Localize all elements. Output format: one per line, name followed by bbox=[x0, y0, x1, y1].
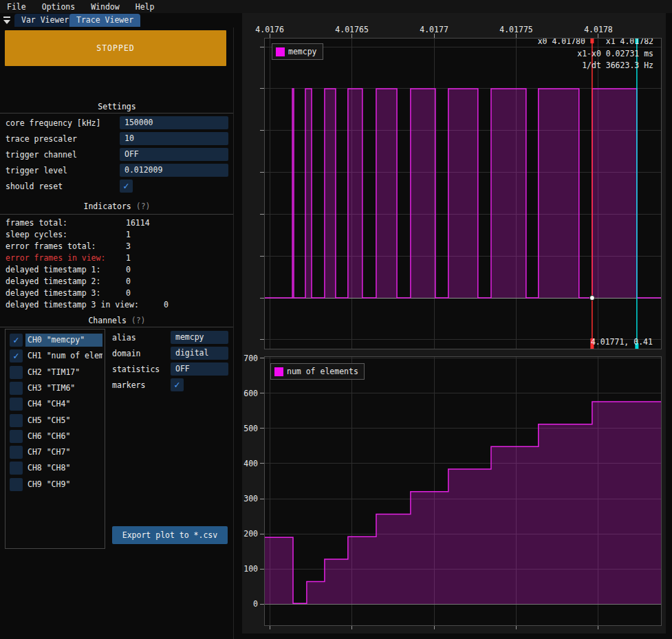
channel-checkbox[interactable] bbox=[10, 366, 23, 379]
marker-delta-value: x1-x0 0.02731 ms bbox=[577, 49, 653, 58]
channels-help-icon[interactable]: (?) bbox=[131, 316, 146, 325]
tab-var-viewer[interactable]: Var Viewer bbox=[14, 14, 76, 27]
channel-row[interactable]: CH9 "CH9" bbox=[6, 478, 105, 492]
acquisition-state-button[interactable]: STOPPED bbox=[5, 30, 226, 66]
menu-window[interactable]: Window bbox=[91, 2, 120, 12]
channel-checkbox[interactable] bbox=[10, 334, 23, 347]
y-tick-label: 200 bbox=[243, 529, 258, 539]
y-tick-label: 500 bbox=[243, 424, 258, 433]
marker-x0-handle-top[interactable] bbox=[590, 38, 594, 43]
channel-row[interactable]: CH6 "CH6" bbox=[6, 430, 105, 444]
channel-label[interactable]: CH8 "CH8" bbox=[25, 462, 102, 475]
markers-label: markers bbox=[112, 380, 145, 390]
indicator-value: 0 bbox=[126, 277, 131, 286]
indicator-label: delayed timestamp 1: bbox=[6, 265, 100, 274]
collapse-bar-icon bbox=[3, 17, 10, 18]
memcpy-legend[interactable]: memcpy bbox=[272, 43, 323, 60]
channel-label[interactable]: CH7 "CH7" bbox=[25, 446, 102, 459]
indicator-label: delayed timestamp 2: bbox=[6, 277, 100, 286]
menu-options[interactable]: Options bbox=[42, 2, 75, 12]
trigger-level-label: trigger level bbox=[6, 166, 67, 175]
channel-checkbox[interactable] bbox=[10, 398, 23, 411]
channel-row[interactable]: CH7 "CH7" bbox=[6, 446, 105, 459]
separator bbox=[0, 327, 233, 327]
channel-checkbox[interactable] bbox=[10, 446, 23, 459]
x-tick-label: 4.0177 bbox=[420, 25, 448, 34]
channels-title-text: Channels bbox=[88, 316, 126, 325]
y-tick-label: 0 bbox=[253, 599, 258, 609]
indicator-value: 0 bbox=[126, 265, 131, 274]
channel-listbox[interactable]: CH0 "memcpy"CH1 "num of elemCH2 "TIM17"C… bbox=[5, 329, 105, 549]
channel-label[interactable]: CH2 "TIM17" bbox=[25, 366, 102, 379]
y-tick-label: 600 bbox=[243, 389, 258, 398]
channel-checkbox[interactable] bbox=[10, 430, 23, 443]
should-reset-label: should reset bbox=[6, 182, 63, 191]
trace-prescaler-input[interactable]: 10 bbox=[120, 132, 228, 145]
channel-row[interactable]: CH3 "TIM6" bbox=[6, 382, 105, 396]
channel-row[interactable]: CH5 "CH5" bbox=[6, 414, 105, 428]
chevron-down-icon bbox=[3, 20, 10, 24]
menu-bar: File Options Window Help bbox=[0, 0, 672, 13]
trigger-level-input[interactable]: 0.012009 bbox=[120, 164, 228, 177]
channel-label[interactable]: CH9 "CH9" bbox=[25, 478, 102, 491]
channel-row[interactable]: CH0 "memcpy" bbox=[6, 334, 105, 347]
markers-checkbox[interactable] bbox=[171, 378, 184, 391]
domain-select[interactable]: digital bbox=[171, 347, 228, 360]
indicator-value: 3 bbox=[126, 241, 131, 251]
num-of-elements-swatch-icon bbox=[274, 367, 283, 376]
tab-trace-viewer[interactable]: Trace Viewer bbox=[69, 14, 140, 27]
x-tick-label: 4.01765 bbox=[335, 25, 368, 34]
domain-label: domain bbox=[112, 349, 141, 358]
channel-label[interactable]: CH3 "TIM6" bbox=[25, 382, 102, 395]
plots-figure: 4.01764.017654.01774.017754.017801002003… bbox=[242, 13, 666, 633]
cursor-coordinates-tooltip: 4.01771, 0.41 bbox=[591, 337, 653, 347]
channel-checkbox[interactable] bbox=[10, 462, 23, 475]
indicator-value: 1 bbox=[126, 253, 131, 263]
channel-label[interactable]: CH5 "CH5" bbox=[25, 414, 102, 427]
export-csv-button[interactable]: Export plot to *.csv bbox=[112, 526, 228, 544]
core-frequency-input[interactable]: 150000 bbox=[120, 116, 228, 129]
separator bbox=[0, 214, 233, 215]
trace-prescaler-label: trace prescaler bbox=[6, 134, 77, 144]
trace-plots-canvas[interactable]: 4.01764.017654.01774.017754.017801002003… bbox=[242, 13, 666, 633]
y-tick-label: 300 bbox=[243, 494, 258, 503]
alias-input[interactable]: memcpy bbox=[171, 331, 228, 344]
should-reset-checkbox[interactable] bbox=[120, 180, 133, 193]
memcpy-legend-label: memcpy bbox=[288, 47, 317, 56]
channel-checkbox[interactable] bbox=[10, 382, 23, 395]
core-frequency-label: core frequency [kHz] bbox=[6, 118, 100, 128]
indicator-value: 0 bbox=[164, 300, 169, 310]
indicators-help-icon[interactable]: (?) bbox=[136, 202, 151, 211]
channel-row[interactable]: CH8 "CH8" bbox=[6, 462, 105, 475]
channel-row[interactable]: CH1 "num of elem bbox=[6, 349, 105, 363]
indicator-label: delayed timestamp 3 in view: bbox=[6, 300, 139, 310]
trace-viewer-panel: STOPPED Settings core frequency [kHz] 15… bbox=[0, 28, 234, 639]
channel-label[interactable]: CH0 "memcpy" bbox=[25, 334, 102, 347]
channel-row[interactable]: CH2 "TIM17" bbox=[6, 366, 105, 380]
indicator-value: 16114 bbox=[126, 218, 150, 228]
y-tick-label: 100 bbox=[243, 564, 258, 574]
channel-checkbox[interactable] bbox=[10, 414, 23, 427]
channel-label[interactable]: CH6 "CH6" bbox=[25, 430, 102, 443]
indicator-label: error frames total: bbox=[6, 241, 96, 251]
channel-label[interactable]: CH1 "num of elem bbox=[25, 349, 102, 362]
channel-checkbox[interactable] bbox=[10, 478, 23, 491]
channel-label[interactable]: CH4 "CH4" bbox=[25, 398, 102, 411]
channel-checkbox[interactable] bbox=[10, 349, 23, 362]
statistics-select[interactable]: OFF bbox=[171, 362, 228, 376]
menu-file[interactable]: File bbox=[7, 2, 26, 12]
indicator-value: 0 bbox=[126, 288, 131, 298]
window-collapse-icon[interactable] bbox=[2, 15, 12, 25]
statistics-label: statistics bbox=[112, 365, 160, 374]
marker-frequency-value: 1/dt 36623.3 Hz bbox=[582, 61, 653, 70]
x-tick-label: 4.01775 bbox=[499, 25, 532, 34]
x-tick-label: 4.0178 bbox=[584, 25, 613, 34]
num-of-elements-legend[interactable]: num of elements bbox=[270, 363, 365, 380]
channel-row[interactable]: CH4 "CH4" bbox=[6, 398, 105, 411]
trigger-channel-select[interactable]: OFF bbox=[120, 148, 228, 161]
y-tick-label: 700 bbox=[243, 354, 258, 363]
y-tick-label: 400 bbox=[243, 459, 258, 468]
indicator-label: delayed timestamp 3: bbox=[6, 288, 100, 298]
menu-help[interactable]: Help bbox=[136, 2, 155, 12]
indicator-label: sleep cycles: bbox=[6, 230, 67, 239]
